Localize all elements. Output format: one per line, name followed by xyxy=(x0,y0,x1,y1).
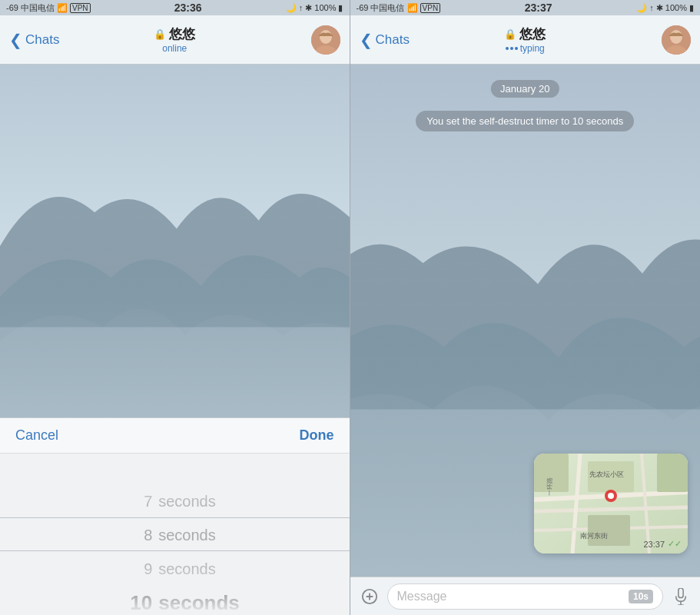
location-icon-left: ↑ xyxy=(299,3,304,12)
moon-icon-right: 🌙 xyxy=(636,3,647,12)
picker-items: 7 seconds 8 seconds 9 seconds 10 seconds… xyxy=(0,454,350,615)
mic-button[interactable] xyxy=(669,585,692,608)
chat-bg-left xyxy=(0,65,350,417)
avatar-left[interactable] xyxy=(311,25,340,55)
vpn-badge-right: VPN xyxy=(420,3,441,13)
picker-item-7[interactable]: 7 seconds xyxy=(0,484,350,518)
nav-title-lock-right: 🔒 悠悠 xyxy=(504,25,546,43)
typing-dots xyxy=(506,47,518,50)
done-button[interactable]: Done xyxy=(300,427,334,444)
system-message: You set the self-destruct timer to 10 se… xyxy=(416,111,634,131)
time-right: 23:37 xyxy=(525,2,552,14)
svg-text:南河东街: 南河东街 xyxy=(580,532,608,540)
nav-typing-status: typing xyxy=(504,43,546,54)
status-bar-left: -69 中国电信 📶 VPN 23:36 🌙 ↑ ✱ 100% ▮ xyxy=(0,0,350,15)
nav-bar-left: ❮ Chats 🔒 悠悠 online xyxy=(0,15,350,65)
svg-rect-4 xyxy=(0,327,350,417)
attach-button[interactable] xyxy=(358,585,381,608)
nav-status-left: online xyxy=(154,43,195,54)
carrier-right: -69 中国电信 xyxy=(357,3,405,12)
typing-label: typing xyxy=(520,43,545,54)
carrier-left: -69 中国电信 xyxy=(6,2,55,14)
battery-icon-left: ▮ xyxy=(338,3,343,13)
wifi-icon-left: 📶 xyxy=(57,3,68,13)
status-right-icons: 🌙 ↑ ✱ 100% ▮ xyxy=(636,3,694,13)
timer-badge: 10s xyxy=(629,590,653,603)
message-placeholder: Message xyxy=(397,590,625,603)
moon-icon-left: 🌙 xyxy=(286,3,297,13)
svg-point-6 xyxy=(670,30,682,44)
picker-item-9[interactable]: 9 seconds xyxy=(0,552,350,586)
status-left-group: -69 中国电信 📶 VPN xyxy=(6,2,91,14)
svg-rect-17 xyxy=(657,454,688,492)
svg-rect-28 xyxy=(678,588,683,598)
battery-right: 100% xyxy=(665,3,687,12)
nav-center-left: 🔒 悠悠 online xyxy=(154,25,195,54)
wifi-icon-right: 📶 xyxy=(407,3,418,12)
bluetooth-icon-left: ✱ xyxy=(305,3,312,13)
date-badge-text: January 20 xyxy=(500,83,549,95)
status-right-carrier-group: -69 中国电信 📶 VPN xyxy=(357,2,441,14)
lock-icon-left: 🔒 xyxy=(154,28,166,40)
typing-dot-1 xyxy=(506,47,509,50)
bluetooth-icon-right: ✱ xyxy=(656,3,663,12)
nav-name-left: 悠悠 xyxy=(169,25,195,43)
nav-center-right: 🔒 悠悠 typing xyxy=(504,25,546,54)
cancel-done-bar: Cancel Done xyxy=(0,418,350,454)
back-label-right: Chats xyxy=(376,32,410,48)
map-time-row: 23:37 ✓✓ xyxy=(643,539,682,549)
picker-item-10-selected[interactable]: 10 seconds xyxy=(0,586,350,615)
back-button-left[interactable]: ❮ Chats xyxy=(9,31,59,49)
chat-area-right: January 20 You set the self-destruct tim… xyxy=(350,65,701,577)
picker-item-8[interactable]: 8 seconds xyxy=(0,518,350,552)
check-marks: ✓✓ xyxy=(668,539,682,549)
mountain-svg-left xyxy=(0,65,350,417)
back-label-left: Chats xyxy=(25,32,59,48)
nav-bar-right: ❮ Chats 🔒 悠悠 typing xyxy=(350,15,701,65)
battery-left: 100% xyxy=(314,3,336,12)
picker-container[interactable]: 7 seconds 8 seconds 9 seconds 10 seconds… xyxy=(0,454,350,615)
right-panel: -69 中国电信 📶 VPN 23:37 🌙 ↑ ✱ 100% ▮ ❮ Chat… xyxy=(350,0,701,615)
nav-name-right: 悠悠 xyxy=(519,25,546,43)
lock-icon-right: 🔒 xyxy=(504,28,516,40)
date-badge: January 20 xyxy=(491,80,559,98)
location-icon-right: ↑ xyxy=(649,3,654,12)
typing-dot-2 xyxy=(510,47,513,50)
status-right-group: 🌙 ↑ ✱ 100% ▮ xyxy=(286,3,343,13)
svg-text:先农坛小区: 先农坛小区 xyxy=(589,470,624,478)
map-bubble[interactable]: 先农坛小区 南河东街 一环路 23:37 ✓✓ xyxy=(534,454,688,554)
back-button-right[interactable]: ❮ Chats xyxy=(360,31,410,49)
avatar-right[interactable] xyxy=(662,25,691,55)
left-panel: -69 中国电信 📶 VPN 23:36 🌙 ↑ ✱ 100% ▮ ❮ Chat… xyxy=(0,0,350,615)
battery-icon-right: ▮ xyxy=(689,3,694,12)
svg-point-1 xyxy=(320,30,332,44)
system-message-text: You set the self-destruct timer to 10 se… xyxy=(426,115,623,127)
vpn-badge-left: VPN xyxy=(70,3,91,13)
nav-title-lock-left: 🔒 悠悠 xyxy=(154,25,195,43)
bottom-section: Cancel Done 7 seconds 8 seconds 9 second… xyxy=(0,417,350,615)
svg-text:一环路: 一环路 xyxy=(546,477,553,496)
status-bar-right: -69 中国电信 📶 VPN 23:37 🌙 ↑ ✱ 100% ▮ xyxy=(350,0,701,15)
message-input-container[interactable]: Message 10s xyxy=(387,583,664,610)
input-bar: Message 10s xyxy=(350,577,701,615)
chevron-left-icon-right: ❮ xyxy=(360,31,373,49)
chevron-left-icon: ❮ xyxy=(9,31,22,49)
svg-rect-19 xyxy=(588,515,630,546)
cancel-button[interactable]: Cancel xyxy=(15,427,58,444)
time-left: 23:36 xyxy=(174,2,202,14)
svg-point-24 xyxy=(608,493,614,499)
map-time-label: 23:37 xyxy=(643,540,665,549)
typing-dot-3 xyxy=(515,47,518,50)
